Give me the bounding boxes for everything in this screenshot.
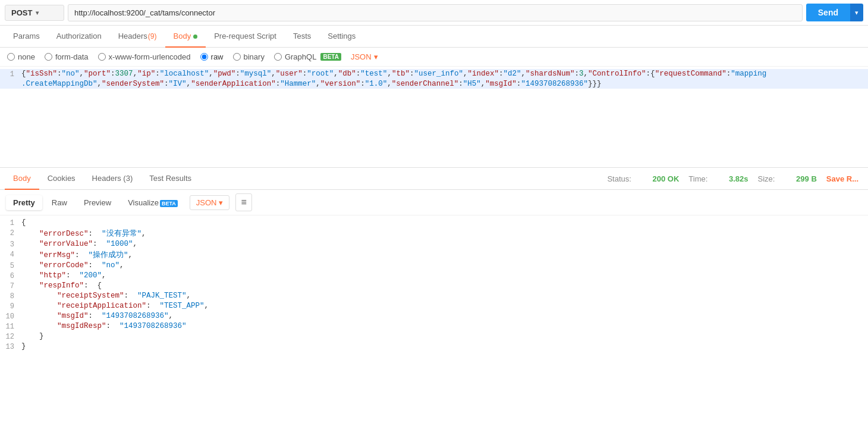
method-arrow-icon: ▾ — [36, 10, 39, 16]
graphql-beta-badge: BETA — [320, 53, 341, 61]
resp-tab-test-results[interactable]: Test Results — [141, 168, 200, 190]
resp-tab-body[interactable]: Body — [5, 168, 39, 190]
option-x-www-form[interactable]: x-www-form-urlencoded — [98, 52, 191, 61]
save-response-button[interactable]: Save R... — [826, 174, 858, 183]
tab-params[interactable]: Params — [5, 26, 48, 48]
resp-line-8: 8 "receiptSystem": "PAJK_TEST", — [0, 291, 868, 301]
resp-tab-headers[interactable]: Headers (3) — [84, 168, 141, 190]
visualize-beta-badge: BETA — [160, 200, 178, 207]
body-active-dot — [193, 35, 197, 39]
view-visualize-button[interactable]: VisualizeBETA — [121, 195, 185, 210]
resp-line-5: 5 "errorCode": "no", — [0, 261, 868, 271]
request-body-editor[interactable]: 1 {"isSsh":"no","port":3307,"ip":"localh… — [0, 67, 868, 168]
send-button-group: Send ▾ — [806, 4, 863, 21]
wrap-lines-button[interactable]: ≡ — [235, 193, 251, 211]
status-label: Status: — [607, 174, 631, 183]
tab-headers[interactable]: Headers(9) — [110, 26, 165, 48]
tab-pre-request[interactable]: Pre-request Script — [206, 26, 285, 48]
req-line-content-2: .CreateMappingDb","senderSystem":"IV","s… — [21, 80, 868, 88]
status-value: 200 OK — [653, 174, 680, 183]
req-line-2: .CreateMappingDb","senderSystem":"IV","s… — [0, 79, 868, 89]
response-format-dropdown[interactable]: JSON ▾ — [190, 195, 230, 210]
req-linenum-2 — [0, 80, 21, 80]
resp-line-9: 9 "receiptApplication": "TEST_APP", — [0, 301, 868, 311]
option-form-data[interactable]: form-data — [45, 52, 89, 61]
resp-tab-cookies[interactable]: Cookies — [39, 168, 84, 190]
tab-authorization[interactable]: Authorization — [48, 26, 110, 48]
req-line-content-1: {"isSsh":"no","port":3307,"ip":"localhos… — [21, 70, 868, 78]
resp-line-10: 10 "msgId": "1493708268936", — [0, 311, 868, 321]
resp-line-7: 7 "respInfo": { — [0, 281, 868, 291]
send-button[interactable]: Send — [806, 4, 850, 21]
resp-line-2: 2 "errorDesc": "没有异常", — [0, 228, 868, 239]
body-options: none form-data x-www-form-urlencoded raw… — [0, 48, 868, 67]
tab-settings[interactable]: Settings — [319, 26, 364, 48]
top-bar: POST ▾ Send ▾ — [0, 0, 868, 26]
option-graphql[interactable]: GraphQLBETA — [274, 52, 341, 61]
send-dropdown-button[interactable]: ▾ — [850, 4, 863, 21]
response-tabs: Body Cookies Headers (3) Test Results — [5, 168, 607, 189]
option-none[interactable]: none — [7, 52, 35, 61]
request-tabs: Params Authorization Headers(9) Body Pre… — [0, 26, 868, 48]
tab-body[interactable]: Body — [165, 26, 206, 48]
url-input[interactable] — [68, 4, 803, 21]
response-toolbar: Pretty Raw Preview VisualizeBETA JSON ▾ … — [0, 190, 868, 215]
response-section: Body Cookies Headers (3) Test Results St… — [0, 168, 868, 436]
response-header: Body Cookies Headers (3) Test Results St… — [0, 168, 868, 190]
tab-tests[interactable]: Tests — [285, 26, 319, 48]
option-raw[interactable]: raw — [200, 52, 224, 61]
resp-line-6: 6 "http": "200", — [0, 271, 868, 281]
size-value: 299 B — [796, 174, 817, 183]
resp-line-1: 1 { — [0, 218, 868, 228]
req-linenum-1: 1 — [0, 70, 21, 79]
response-body: 1 { 2 "errorDesc": "没有异常", 3 "errorValue… — [0, 215, 868, 354]
size-label: Size: — [758, 174, 775, 183]
view-preview-button[interactable]: Preview — [77, 195, 118, 210]
resp-line-12: 12 } — [0, 331, 868, 342]
option-binary[interactable]: binary — [233, 52, 265, 61]
format-dropdown[interactable]: JSON ▾ — [351, 52, 378, 61]
view-raw-button[interactable]: Raw — [45, 195, 74, 210]
req-line-1: 1 {"isSsh":"no","port":3307,"ip":"localh… — [0, 69, 868, 79]
headers-badge: (9) — [148, 32, 157, 40]
resp-line-3: 3 "errorValue": "1000", — [0, 239, 868, 249]
resp-line-11: 11 "msgIdResp": "1493708268936" — [0, 321, 868, 331]
wrap-icon: ≡ — [241, 197, 246, 207]
time-label: Time: — [688, 174, 707, 183]
response-status: Status: 200 OK Time: 3.82s Size: 299 B S… — [607, 174, 863, 183]
method-label: POST — [11, 8, 32, 17]
main-split: Params Authorization Headers(9) Body Pre… — [0, 26, 868, 436]
view-pretty-button[interactable]: Pretty — [6, 195, 42, 210]
time-value: 3.82s — [729, 174, 749, 183]
resp-line-13: 13 } — [0, 342, 868, 352]
resp-line-4: 4 "errMsg": "操作成功", — [0, 249, 868, 261]
method-select[interactable]: POST ▾ — [5, 5, 64, 21]
